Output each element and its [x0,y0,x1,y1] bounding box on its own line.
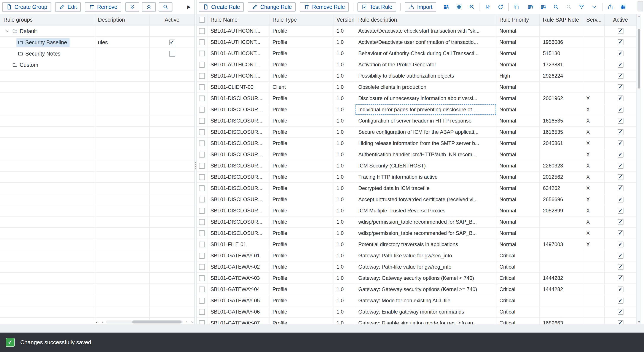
sort-ascending-button[interactable] [526,2,536,12]
active-checkbox[interactable] [618,163,624,169]
active-checkbox[interactable] [618,242,624,248]
remove-rule-button[interactable]: Remove Rule [300,2,348,12]
active-checkbox[interactable] [618,275,624,281]
row-select-checkbox[interactable] [199,219,205,225]
rule-name-cell[interactable]: SBL01-DISCLOSUR... [208,93,270,104]
scroll-right-icon[interactable]: › [189,320,194,324]
active-checkbox[interactable] [618,96,624,101]
rule-description-cell[interactable]: wdisp/permission_table recommended for S… [355,216,496,227]
table-row[interactable]: SBL01-GATEWAY-02 Profile 1.0 Gateway: Pa… [197,262,637,273]
scroll-right-icon[interactable]: › [100,320,105,324]
active-checkbox[interactable] [618,107,624,112]
zoom-out-button[interactable] [467,2,477,12]
column-header-rule-type[interactable]: Rule Type [270,14,334,25]
rule-description-cell[interactable]: Gateway: Gateway security options (Kerne… [355,284,496,295]
active-checkbox[interactable] [618,264,624,270]
rule-name-cell[interactable]: SBL01-AUTHCONT... [208,48,270,59]
open-dropdown-button[interactable] [589,2,599,12]
rule-name-cell[interactable]: SBL01-GATEWAY-07 [208,318,270,324]
rule-name-cell[interactable]: SBL01-DISCLOSUR... [208,104,270,115]
create-rule-button[interactable]: Create Rule [199,2,244,12]
test-rule-button[interactable]: Test Rule [358,2,396,12]
expand-all-button[interactable] [142,2,156,12]
row-select-checkbox[interactable] [199,309,205,315]
import-button[interactable]: Import [405,2,436,12]
rule-description-cell[interactable]: Authentication handler icm/HTTP/auth_NN … [355,149,496,160]
panel-splitter[interactable] [194,0,197,324]
rule-description-cell[interactable]: Configuration of server header in HTTP r… [355,116,496,126]
group-active-checkbox[interactable] [169,40,175,46]
sort-descending-button[interactable] [538,2,548,12]
sort-button[interactable] [483,2,493,12]
scroll-down-icon[interactable]: ▼ [637,320,641,324]
rule-description-cell[interactable]: Disclosure of unnecessary information ab… [355,93,496,104]
rule-description-cell[interactable]: ICM Multiple Trusted Reverse Proxies [355,205,496,216]
scroll-left-icon[interactable]: ‹ [94,320,100,324]
scroll-up-icon[interactable]: ▲ [637,14,641,18]
table-row[interactable]: SBL01-FILE-01 Profile 1.0 Potential dire… [197,239,637,250]
create-group-button[interactable]: Create Group [2,2,51,12]
column-header-service[interactable]: Serv... [583,14,605,25]
select-all-checkbox[interactable] [199,17,205,23]
active-checkbox[interactable] [618,320,624,324]
column-header-active[interactable]: Active [605,14,637,25]
rule-name-cell[interactable]: SBL01-DISCLOSUR... [208,228,270,238]
rule-description-cell[interactable]: Gateway: Path-like value for gw/sec_info [355,250,496,261]
rule-name-cell[interactable]: SBL01-AUTHCONT... [208,37,270,48]
table-row[interactable]: SBL01-GATEWAY-03 Profile 1.0 Gateway: Ga… [197,273,637,284]
table-row[interactable]: SBL01-AUTHCONT... Profile 1.0 Activate/D… [197,37,637,48]
row-select-checkbox[interactable] [199,286,205,292]
tree-item-node[interactable]: Default [11,27,39,36]
rule-name-cell[interactable]: SBL01-CLIENT-00 [208,82,270,92]
active-checkbox[interactable] [618,84,624,90]
refresh-button[interactable] [496,2,506,12]
table-row[interactable]: SBL01-DISCLOSUR... Profile 1.0 Tracing H… [197,172,637,183]
column-header-rule-name[interactable]: Rule Name [208,14,270,25]
table-row[interactable]: SBL01-DISCLOSUR... Profile 1.0 Hiding re… [197,138,637,149]
rule-description-cell[interactable]: wdisp/permission_table recommended for S… [355,228,496,238]
select-all-button[interactable] [441,2,451,12]
table-row[interactable]: SBL01-DISCLOSUR... Profile 1.0 Individua… [197,104,637,116]
rule-description-cell[interactable]: Possibility to disable authorization obj… [355,70,496,81]
row-select-checkbox[interactable] [199,140,205,146]
remove-button[interactable]: Remove [85,2,121,12]
expander-icon[interactable] [4,29,11,33]
table-row[interactable]: SBL01-DISCLOSUR... Profile 1.0 wdisp/per… [197,216,637,228]
rule-name-cell[interactable]: SBL01-DISCLOSUR... [208,172,270,182]
active-checkbox[interactable] [618,286,624,292]
row-select-checkbox[interactable] [199,50,205,56]
row-select-checkbox[interactable] [199,242,205,248]
horizontal-scrollbar[interactable]: ‹ › ‹ › [0,320,194,324]
scrollbar-thumb[interactable] [132,320,182,324]
column-header-rule-priority[interactable]: Rule Priority [496,14,540,25]
rule-name-cell[interactable]: SBL01-GATEWAY-02 [208,262,270,272]
table-row[interactable]: SBL01-DISCLOSUR... Profile 1.0 Decrypted… [197,183,637,194]
scroll-left-icon[interactable]: ‹ [184,320,189,324]
toolbar-overflow-icon[interactable]: ▶ [187,4,190,10]
rule-description-cell[interactable]: Secure configuration of ICM for the ABAP… [355,126,496,138]
tree-item-default[interactable]: Default [0,26,194,37]
rule-name-cell[interactable]: SBL01-DISCLOSUR... [208,194,270,205]
table-row[interactable]: SBL01-DISCLOSUR... Profile 1.0 Disclosur… [197,93,637,104]
rule-name-cell[interactable]: SBL01-GATEWAY-06 [208,306,270,317]
rule-name-cell[interactable]: SBL01-DISCLOSUR... [208,160,270,171]
active-checkbox[interactable] [618,197,624,202]
row-select-checkbox[interactable] [199,39,205,45]
tree-item-node[interactable]: Security Baseline [16,38,70,47]
active-checkbox[interactable] [618,73,624,79]
active-checkbox[interactable] [618,208,624,214]
table-view-button[interactable] [618,2,628,12]
active-checkbox[interactable] [618,230,624,236]
tree-item-security-baseline[interactable]: Security Baseline ules [0,37,194,48]
rule-description-cell[interactable]: Activation of the Profile Generator [355,59,496,70]
rule-description-cell[interactable]: Gateway: Gateway security options (Kerne… [355,273,496,284]
row-select-checkbox[interactable] [199,298,205,304]
table-row[interactable]: SBL01-GATEWAY-01 Profile 1.0 Gateway: Pa… [197,250,637,262]
active-checkbox[interactable] [618,186,624,191]
active-checkbox[interactable] [618,129,624,135]
table-row[interactable]: SBL01-DISCLOSUR... Profile 1.0 Secure co… [197,126,637,138]
active-checkbox[interactable] [618,39,624,45]
rule-description-cell[interactable]: Gateway: Enable gateway monitor commands [355,306,496,317]
table-row[interactable]: SBL01-DISCLOSUR... Profile 1.0 Configura… [197,116,637,126]
column-header-rule-groups[interactable]: Rule groups [4,17,33,23]
